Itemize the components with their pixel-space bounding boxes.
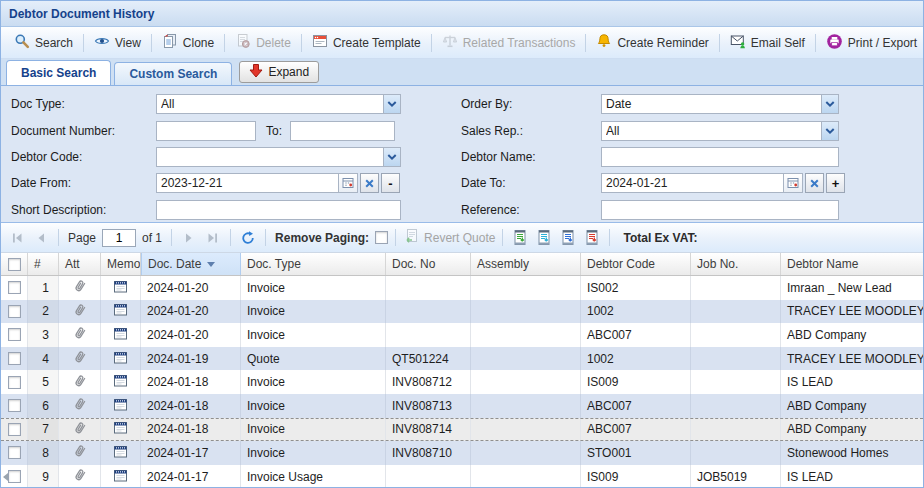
create-template-button[interactable]: Create Template	[305, 30, 428, 55]
first-page-icon[interactable]	[7, 228, 27, 248]
related-transactions-button[interactable]: Related Transactions	[435, 30, 583, 55]
memo-cell[interactable]	[101, 300, 141, 324]
row-checkbox[interactable]	[8, 328, 21, 341]
row-checkbox[interactable]	[8, 305, 21, 318]
order-by-value[interactable]	[601, 94, 821, 114]
column-header-doc-type[interactable]: Doc. Type	[241, 253, 386, 275]
row-checkbox-cell[interactable]	[1, 300, 28, 324]
row-checkbox[interactable]	[8, 376, 21, 389]
table-row[interactable]: 3 2024-01-20 Invoice ABC007 ABD Company	[1, 323, 923, 347]
row-checkbox-cell[interactable]	[1, 441, 28, 465]
memo-cell[interactable]	[101, 465, 141, 487]
revert-quote-button[interactable]: Revert Quote	[403, 228, 495, 247]
column-header-number[interactable]: #	[28, 253, 59, 275]
reference-input[interactable]	[601, 200, 839, 220]
document-number-from-input[interactable]	[156, 121, 256, 141]
print-export-button[interactable]: Print / Export	[819, 30, 924, 56]
table-row[interactable]: 4 2024-01-19 Quote QT501224 1002 TRACEY …	[1, 347, 923, 371]
memo-cell[interactable]	[101, 441, 141, 465]
memo-cell[interactable]	[101, 323, 141, 347]
column-header-doc-date[interactable]: Doc. Date	[141, 253, 241, 275]
table-row[interactable]: 5 2024-01-18 Invoice INV808712 IS009 IS …	[1, 370, 923, 394]
attachment-cell[interactable]	[59, 276, 101, 300]
select-all-checkbox[interactable]	[8, 258, 21, 271]
order-by-combo[interactable]	[601, 94, 839, 114]
export-doc-red-icon[interactable]	[582, 228, 602, 248]
column-header-debtor-name[interactable]: Debtor Name	[781, 253, 923, 275]
row-checkbox[interactable]	[8, 470, 21, 483]
date-to-input[interactable]	[601, 173, 783, 193]
prev-page-icon[interactable]	[31, 228, 51, 248]
memo-cell[interactable]	[101, 419, 141, 441]
table-row[interactable]: 9 2024-01-17 Invoice Usage IS009 JOB5019…	[1, 465, 923, 487]
date-to-plus-button[interactable]: +	[826, 173, 845, 193]
attachment-cell[interactable]	[59, 370, 101, 394]
delete-button[interactable]: Delete	[228, 30, 298, 55]
column-header-doc-no[interactable]: Doc. No	[386, 253, 471, 275]
clone-button[interactable]: Clone	[155, 30, 221, 55]
row-checkbox-cell[interactable]	[1, 419, 28, 441]
column-header-job-no[interactable]: Job No.	[691, 253, 781, 275]
row-checkbox[interactable]	[8, 423, 21, 436]
attachment-cell[interactable]	[59, 347, 101, 371]
search-button[interactable]: Search	[7, 30, 80, 55]
remove-paging-checkbox[interactable]	[375, 231, 388, 244]
date-from-minus-button[interactable]: -	[381, 173, 400, 193]
table-row[interactable]: 6 2024-01-18 Invoice INV808713 ABC007 AB…	[1, 394, 923, 418]
column-header-att[interactable]: Att	[59, 253, 101, 275]
email-self-button[interactable]: Email Self	[723, 30, 812, 55]
attachment-cell[interactable]	[59, 441, 101, 465]
row-checkbox[interactable]	[8, 446, 21, 459]
doc-type-combo[interactable]	[156, 94, 401, 114]
column-header-memo[interactable]: Memo	[101, 253, 141, 275]
page-number-input[interactable]	[102, 229, 136, 247]
memo-cell[interactable]	[101, 347, 141, 371]
tab-custom-search[interactable]: Custom Search	[114, 62, 232, 85]
export-doc-blue-icon[interactable]	[558, 228, 578, 248]
chevron-down-icon[interactable]	[383, 147, 401, 167]
row-checkbox-cell[interactable]	[1, 347, 28, 371]
row-checkbox[interactable]	[8, 399, 21, 412]
export-doc-green-icon[interactable]	[510, 228, 530, 248]
export-doc-cyan-icon[interactable]	[534, 228, 554, 248]
column-header-debtor-code[interactable]: Debtor Code	[581, 253, 691, 275]
table-row[interactable]: 8 2024-01-17 Invoice INV808710 STO001 St…	[1, 441, 923, 465]
attachment-cell[interactable]	[59, 300, 101, 324]
doc-type-value[interactable]	[156, 94, 383, 114]
short-description-input[interactable]	[156, 200, 401, 220]
calendar-icon[interactable]	[338, 173, 358, 193]
row-checkbox-cell[interactable]	[1, 394, 28, 418]
table-row[interactable]: 1 2024-01-20 Invoice IS002 Imraan _ New …	[1, 276, 923, 300]
sales-rep-value[interactable]	[601, 121, 821, 141]
date-from-input[interactable]	[156, 173, 338, 193]
document-number-to-input[interactable]	[290, 121, 395, 141]
date-from-clear-button[interactable]	[360, 173, 379, 193]
tab-basic-search[interactable]: Basic Search	[6, 60, 111, 85]
debtor-code-value[interactable]	[156, 147, 383, 167]
date-to-clear-button[interactable]	[805, 173, 824, 193]
create-reminder-button[interactable]: Create Reminder	[589, 30, 715, 55]
row-checkbox-cell[interactable]	[1, 370, 28, 394]
row-checkbox[interactable]	[8, 352, 21, 365]
memo-cell[interactable]	[101, 276, 141, 300]
memo-cell[interactable]	[101, 370, 141, 394]
attachment-cell[interactable]	[59, 465, 101, 487]
column-header-assembly[interactable]: Assembly	[471, 253, 581, 275]
attachment-cell[interactable]	[59, 394, 101, 418]
refresh-icon[interactable]	[238, 228, 258, 248]
row-checkbox-cell[interactable]	[1, 276, 28, 300]
scroll-left-icon[interactable]	[3, 473, 8, 481]
memo-cell[interactable]	[101, 394, 141, 418]
attachment-cell[interactable]	[59, 323, 101, 347]
chevron-down-icon[interactable]	[821, 121, 839, 141]
last-page-icon[interactable]	[203, 228, 223, 248]
chevron-down-icon[interactable]	[821, 94, 839, 114]
attachment-cell[interactable]	[59, 419, 101, 441]
row-checkbox[interactable]	[8, 281, 21, 294]
next-page-icon[interactable]	[179, 228, 199, 248]
debtor-code-combo[interactable]	[156, 147, 401, 167]
row-checkbox-cell[interactable]	[1, 323, 28, 347]
table-row[interactable]: 2 2024-01-20 Invoice 1002 TRACEY LEE MOO…	[1, 300, 923, 324]
select-all-checkbox-cell[interactable]	[1, 253, 28, 275]
sales-rep-combo[interactable]	[601, 121, 839, 141]
